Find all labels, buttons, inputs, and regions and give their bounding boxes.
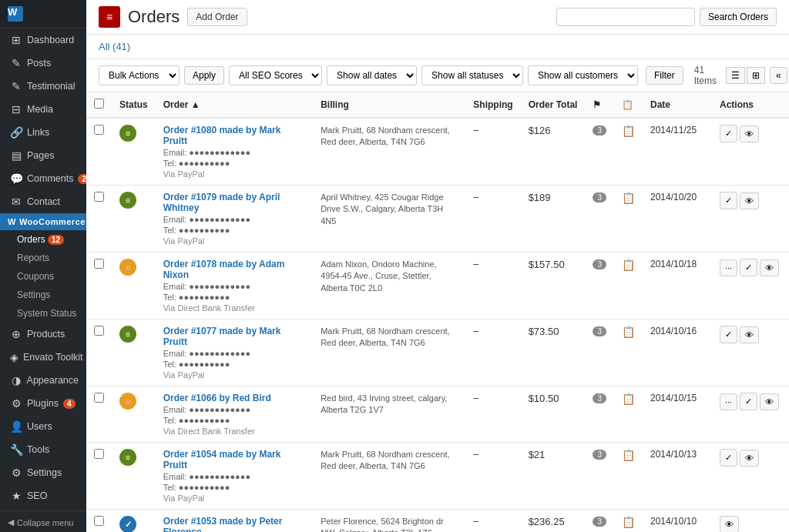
collapse-menu-btn[interactable]: ◀ Collapse menu bbox=[0, 510, 86, 532]
sidebar-item-products[interactable]: ⊕ Products bbox=[0, 323, 86, 346]
table-row: ○ Order #1066 by Red Bird Email: ●●●●●●●… bbox=[86, 386, 789, 443]
collapse-arrow-icon: ◀ bbox=[8, 517, 14, 527]
view-order-button[interactable]: 👁 bbox=[760, 393, 779, 410]
complete-order-button[interactable]: ✓ bbox=[720, 449, 737, 467]
search-orders-button[interactable]: Search Orders bbox=[700, 8, 777, 26]
row-checkbox[interactable] bbox=[94, 259, 104, 269]
sidebar-sub-coupons[interactable]: Coupons bbox=[0, 267, 86, 286]
sidebar-sub-settings[interactable]: Settings bbox=[0, 286, 86, 304]
col-date[interactable]: Date bbox=[643, 92, 712, 118]
view-order-button[interactable]: 👁 bbox=[760, 259, 779, 276]
order-link[interactable]: Order #1078 made by Adam Nixon bbox=[163, 259, 285, 280]
order-link[interactable]: Order #1079 made by April Whitney bbox=[163, 192, 280, 213]
sidebar-item-settings[interactable]: ⚙ Settings bbox=[0, 461, 86, 484]
sidebar-item-appearance[interactable]: ◑ Appearance bbox=[0, 369, 86, 392]
order-link[interactable]: Order #1066 by Red Bird bbox=[163, 393, 271, 403]
sidebar-item-plugins[interactable]: ⚙ Plugins 4 bbox=[0, 392, 86, 415]
comments-badge: 2 bbox=[78, 174, 86, 184]
users-icon: 👤 bbox=[10, 420, 22, 433]
shipping-cell: – bbox=[465, 443, 520, 510]
order-cell: Order #1053 made by Peter Florence Email… bbox=[156, 510, 313, 533]
sidebar-item-links[interactable]: 🔗 Links bbox=[0, 121, 86, 144]
actions-cell: ✓👁 bbox=[720, 125, 781, 142]
order-link[interactable]: Order #1080 made by Mark Pruitt bbox=[163, 125, 281, 146]
row-checkbox[interactable] bbox=[94, 516, 104, 526]
order-link[interactable]: Order #1077 made by Mark Pruitt bbox=[163, 326, 281, 347]
complete-order-button[interactable]: ✓ bbox=[720, 326, 737, 343]
sidebar-item-envato[interactable]: ◈ Envato Toolkit bbox=[0, 346, 86, 369]
row-checkbox[interactable] bbox=[94, 393, 104, 403]
complete-order-button[interactable]: ✓ bbox=[720, 125, 737, 142]
dates-select[interactable]: Show all dates bbox=[327, 65, 417, 85]
row-checkbox[interactable] bbox=[94, 449, 104, 459]
sidebar-sub-reports[interactable]: Reports bbox=[0, 249, 86, 267]
contact-icon: ✉ bbox=[10, 196, 22, 208]
order-link[interactable]: Order #1054 made by Mark Pruitt bbox=[163, 449, 281, 470]
seo-scores-select[interactable]: All SEO Scores bbox=[229, 65, 322, 85]
sidebar-sub-orders[interactable]: Orders 12 bbox=[0, 230, 86, 249]
view-order-button[interactable]: 👁 bbox=[740, 125, 759, 142]
grid-view-button[interactable]: ⊞ bbox=[747, 67, 765, 84]
more-actions-button[interactable]: ··· bbox=[720, 393, 737, 410]
billing-cell: Mark Pruitt, 68 Nordham crescent, Red de… bbox=[313, 118, 465, 186]
complete-order-button[interactable]: ✓ bbox=[740, 393, 757, 410]
sidebar-item-users[interactable]: 👤 Users bbox=[0, 415, 86, 438]
item-count-badge: 3 bbox=[593, 326, 606, 336]
status-dot: ○ bbox=[119, 259, 136, 276]
orders-table: Status Order ▲ Billing Shipping Order To… bbox=[86, 92, 789, 532]
filter-button[interactable]: Filter bbox=[646, 66, 683, 85]
settings-icon: ⚙ bbox=[10, 467, 22, 479]
apply-button[interactable]: Apply bbox=[184, 66, 224, 85]
date-cell: 2014/10/18 bbox=[643, 253, 712, 320]
order-link[interactable]: Order #1053 made by Peter Florence bbox=[163, 516, 283, 532]
search-bar: Search Orders bbox=[556, 8, 777, 26]
add-order-button[interactable]: Add Order bbox=[187, 8, 247, 26]
sidebar-item-comments[interactable]: 💬 Comments 2 bbox=[0, 167, 86, 190]
sidebar-item-pages[interactable]: ▤ Pages bbox=[0, 144, 86, 167]
sidebar-item-media[interactable]: ⊟ Media bbox=[0, 98, 86, 121]
sidebar-sub-system-status[interactable]: System Status bbox=[0, 304, 86, 323]
note-icon: 📋 bbox=[622, 259, 635, 271]
complete-order-button[interactable]: ✓ bbox=[740, 259, 757, 276]
col-status: Status bbox=[112, 92, 156, 118]
view-order-button[interactable]: 👁 bbox=[720, 516, 739, 532]
bulk-actions-select[interactable]: Bulk Actions bbox=[99, 65, 180, 85]
sidebar-item-posts[interactable]: ✎ Posts bbox=[0, 52, 86, 75]
billing-cell: Mark Pruitt, 68 Nordham crescent, Red de… bbox=[313, 320, 465, 386]
shipping-cell: – bbox=[465, 186, 520, 253]
woocommerce-section[interactable]: W WooCommerce bbox=[0, 213, 86, 230]
list-view-button[interactable]: ☰ bbox=[726, 67, 745, 84]
complete-order-button[interactable]: ✓ bbox=[720, 192, 737, 209]
search-input[interactable] bbox=[556, 8, 695, 26]
row-checkbox[interactable] bbox=[94, 326, 104, 336]
row-checkbox[interactable] bbox=[94, 192, 104, 202]
view-order-button[interactable]: 👁 bbox=[740, 450, 759, 467]
more-actions-button[interactable]: ··· bbox=[720, 259, 737, 276]
col-order[interactable]: Order ▲ bbox=[156, 92, 313, 118]
first-page-button[interactable]: « bbox=[770, 67, 787, 84]
filters-bar: All (41) bbox=[86, 35, 789, 59]
orders-badge: 12 bbox=[48, 235, 64, 245]
customers-select[interactable]: Show all customers bbox=[528, 65, 638, 85]
statuses-select[interactable]: Show all statuses bbox=[421, 65, 523, 85]
view-order-button[interactable]: 👁 bbox=[740, 192, 759, 209]
total-cell: $236.25 bbox=[521, 510, 586, 533]
item-count-badge: 3 bbox=[593, 517, 606, 527]
note-icon: 📋 bbox=[622, 516, 635, 528]
sidebar-item-contact[interactable]: ✉ Contact bbox=[0, 190, 86, 213]
actions-col: ✓👁 bbox=[712, 443, 789, 510]
view-icons: ☰ ⊞ bbox=[726, 67, 765, 84]
view-order-button[interactable]: 👁 bbox=[740, 326, 759, 343]
order-cell: Order #1080 made by Mark Pruitt Email: ●… bbox=[156, 118, 313, 186]
select-all-checkbox[interactable] bbox=[94, 99, 104, 109]
filter-all-link[interactable]: All (41) bbox=[99, 41, 130, 52]
sidebar-item-tools[interactable]: 🔧 Tools bbox=[0, 438, 86, 461]
status-dot: ≡ bbox=[119, 326, 136, 343]
sidebar-item-testimonial[interactable]: ✎ Testimonial bbox=[0, 75, 86, 98]
order-total: $10.50 bbox=[529, 393, 559, 404]
sidebar-item-seo[interactable]: ★ SEO bbox=[0, 484, 86, 507]
col-actions: Actions bbox=[712, 92, 789, 118]
tools-icon: 🔧 bbox=[10, 443, 22, 456]
row-checkbox[interactable] bbox=[94, 125, 104, 135]
sidebar-item-dashboard[interactable]: ⊞ Dashboard bbox=[0, 28, 86, 52]
